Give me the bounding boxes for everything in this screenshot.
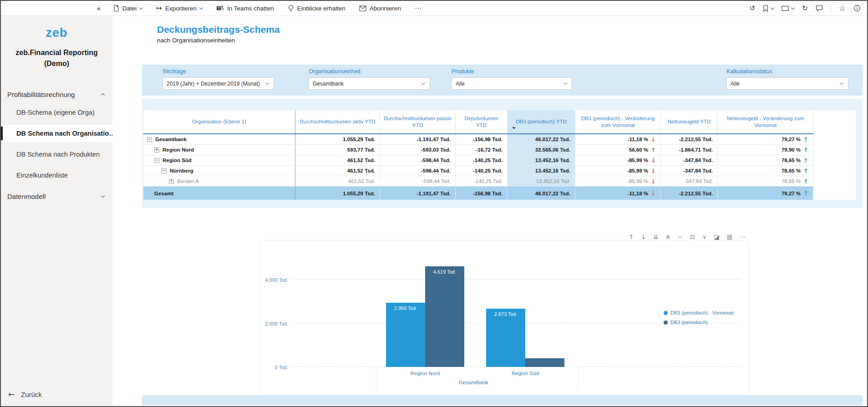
table-row[interactable]: −Nürnberg461,52 Tsd.-598,44 Tsd.-140,25 … bbox=[143, 166, 813, 176]
value-cell: -85,99 %↓ bbox=[575, 155, 661, 165]
column-header[interactable]: Organisation (Ebene 1) bbox=[143, 110, 295, 133]
table-row[interactable]: Gesamt1.055,29 Tsd.-1.191,47 Tsd.-156,98… bbox=[143, 187, 813, 200]
lightbulb-icon bbox=[288, 5, 294, 12]
chevron-down-icon bbox=[771, 5, 774, 9]
export-menu[interactable]: ↦ Exportieren bbox=[156, 4, 203, 12]
focus-mode-icon[interactable]: ⊡ bbox=[690, 234, 695, 240]
legend-item[interactable]: DB3 (periodisch) - Vormonat bbox=[664, 310, 734, 315]
file-icon bbox=[113, 5, 119, 12]
kalkulationsstatus-dropdown[interactable]: Alle bbox=[726, 77, 848, 90]
trend-down-icon: ↓ bbox=[651, 168, 656, 174]
chat-in-teams-label: In Teams chatten bbox=[227, 5, 274, 12]
view-menu[interactable] bbox=[782, 5, 794, 11]
collapse-pane-icon[interactable]: « bbox=[96, 4, 101, 13]
legend-item[interactable]: DB3 (periodisch) bbox=[664, 320, 734, 325]
org-label: Gesamtbank bbox=[155, 137, 187, 142]
reset-icon[interactable]: ↺ bbox=[750, 4, 756, 12]
drill-up-icon[interactable]: ↑ bbox=[629, 234, 634, 240]
sidebar-item-db-schema-nach-produkten[interactable]: DB Schema nach Produkten bbox=[1, 144, 112, 165]
value-text: -156,98 Tsd. bbox=[473, 137, 503, 142]
sidebar-item-label: DB Schema nach Organisatio… bbox=[16, 130, 116, 137]
sidebar-item-label: Einzelkundenliste bbox=[16, 172, 68, 179]
sort-descending-icon[interactable] bbox=[512, 127, 516, 131]
value-cell: -598,44 Tsd. bbox=[380, 155, 456, 165]
value-text: -598,44 Tsd. bbox=[422, 178, 451, 184]
collapse-toggle-icon[interactable]: − bbox=[154, 158, 159, 163]
svg-text:T: T bbox=[217, 6, 220, 10]
org-label: Gesamt bbox=[154, 191, 173, 196]
refresh-icon[interactable]: ↻ bbox=[802, 4, 808, 12]
sidebar-item-einzelkundenliste[interactable]: Einzelkundenliste bbox=[1, 165, 112, 186]
subscribe-button[interactable]: Abonnieren bbox=[359, 5, 401, 12]
value-cell: 13.452,16 Tsd. bbox=[508, 166, 575, 176]
collapse-toggle-icon[interactable]: − bbox=[162, 168, 167, 173]
value-text: 461,52 Tsd. bbox=[347, 158, 375, 163]
legend-label: DB3 (periodisch) bbox=[670, 320, 708, 325]
sidebar: zeb zeb.Financial Reporting (Demo) Profi… bbox=[1, 16, 112, 406]
expand-all-icon[interactable]: ⋔ bbox=[665, 234, 670, 240]
dropdown-value: Gesamtbank bbox=[313, 81, 344, 87]
expand-next-level-icon[interactable]: ⇊ bbox=[653, 234, 658, 240]
subscribe-label: Abonnieren bbox=[370, 5, 401, 12]
filters-icon[interactable]: ⋎ bbox=[702, 234, 707, 240]
more-options-icon[interactable]: ⋯ bbox=[415, 4, 422, 12]
value-text: 79,27 % bbox=[782, 191, 801, 196]
org-label: Berater A bbox=[177, 178, 199, 184]
value-text: 79,90 % bbox=[782, 147, 801, 153]
value-cell: -11,18 %↓ bbox=[575, 134, 661, 144]
expand-toggle-icon[interactable]: + bbox=[169, 179, 174, 184]
sidebar-item-db-schema-eigene-orga[interactable]: DB-Schema (eigene Orga) bbox=[1, 102, 112, 123]
nav-section-datenmodell[interactable]: Datenmodell bbox=[1, 188, 112, 204]
sidebar-item-db-schema-nach-organisation[interactable]: DB Schema nach Organisatio… bbox=[1, 125, 112, 142]
organisationseinheit-dropdown[interactable]: Gesamtbank bbox=[309, 77, 430, 90]
chat-in-teams-button[interactable]: T In Teams chatten bbox=[216, 5, 274, 12]
value-text: 78,65 % bbox=[782, 168, 801, 173]
spotlight-icon[interactable]: ◪ bbox=[714, 234, 719, 240]
file-menu[interactable]: Datei bbox=[113, 5, 143, 12]
value-cell: -85,99 %↓ bbox=[575, 166, 661, 176]
bar-region-s-d-periodisch[interactable] bbox=[525, 358, 564, 367]
drill-down-icon[interactable]: ↓ bbox=[641, 234, 646, 240]
bar-region-s-d-vormonat[interactable]: 2.673 Tsd. bbox=[486, 309, 525, 367]
dropdown-value: Alle bbox=[731, 81, 740, 87]
value-cell: 461,52 Tsd. bbox=[295, 155, 380, 165]
produkte-dropdown[interactable]: Alle bbox=[452, 77, 572, 90]
column-header[interactable]: Nettoneugeld YTD bbox=[661, 110, 718, 133]
table-row[interactable]: +Berater A461,52 Tsd.-598,44 Tsd.-140,25… bbox=[143, 176, 813, 187]
get-insights-button[interactable]: Einblicke erhalten bbox=[288, 5, 346, 12]
envelope-icon bbox=[359, 5, 366, 11]
legend-color-dot bbox=[664, 321, 668, 325]
value-text: -1.864,71 Tsd. bbox=[679, 147, 713, 153]
value-cell: 593,77 Tsd. bbox=[295, 145, 380, 155]
table-row[interactable]: +Region Nord593,77 Tsd.-593,03 Tsd.-16,7… bbox=[143, 145, 813, 155]
info-icon[interactable] bbox=[853, 5, 861, 12]
column-header[interactable]: DB3 (periodisch) YTD bbox=[508, 110, 575, 133]
table-row[interactable]: −Gesamtbank1.055,29 Tsd.-1.191,47 Tsd.-1… bbox=[143, 134, 813, 145]
bar-region-nord-periodisch[interactable]: 4.619 Tsd. bbox=[425, 266, 464, 367]
lasso-select-icon[interactable]: ≈ bbox=[678, 234, 683, 240]
column-header[interactable]: Durchschnittsvolumen aktiv YTD bbox=[295, 110, 380, 133]
value-text: -1.191,47 Tsd. bbox=[416, 137, 451, 142]
column-header[interactable]: Nettoneugeld - Veränderung zum Vormonat bbox=[718, 110, 813, 133]
favorite-star-icon[interactable]: ☆ bbox=[839, 4, 846, 13]
org-cell: +Region Nord bbox=[143, 145, 295, 155]
nav-section-profitabilitaetsrechnung[interactable]: Profitabilitätsrechnung bbox=[1, 86, 112, 102]
column-header[interactable]: DB3 (periodisch) - Veränderung zum Vormo… bbox=[575, 110, 661, 133]
column-header[interactable]: Durchschnittsvolumen passiv YTD bbox=[380, 110, 456, 133]
view-icon bbox=[782, 5, 789, 11]
value-text: -2.212,55 Tsd. bbox=[679, 137, 713, 142]
chevron-up-icon bbox=[101, 93, 105, 97]
column-header[interactable]: Depotvolumen YTD bbox=[456, 110, 508, 133]
expand-toggle-icon[interactable]: + bbox=[154, 148, 159, 153]
stichtage-dropdown[interactable]: 2019 (Jahr) + Dezember 2019 (Monat) bbox=[162, 77, 274, 90]
collapse-toggle-icon[interactable]: − bbox=[147, 137, 152, 142]
more-options-icon[interactable]: ⋯ bbox=[740, 234, 746, 240]
back-button[interactable]: ← Zurück bbox=[8, 390, 42, 399]
bar-region-nord-vormonat[interactable]: 2.950 Tsd. bbox=[386, 303, 425, 367]
visual-type-icon[interactable]: ▤ bbox=[727, 234, 732, 240]
table-row[interactable]: −Region Süd461,52 Tsd.-598,44 Tsd.-140,2… bbox=[143, 155, 813, 166]
bookmarks-menu[interactable] bbox=[763, 5, 774, 12]
export-icon: ↦ bbox=[156, 4, 162, 12]
value-cell: 79,27 %↑ bbox=[718, 134, 813, 144]
comments-icon[interactable] bbox=[816, 5, 823, 12]
